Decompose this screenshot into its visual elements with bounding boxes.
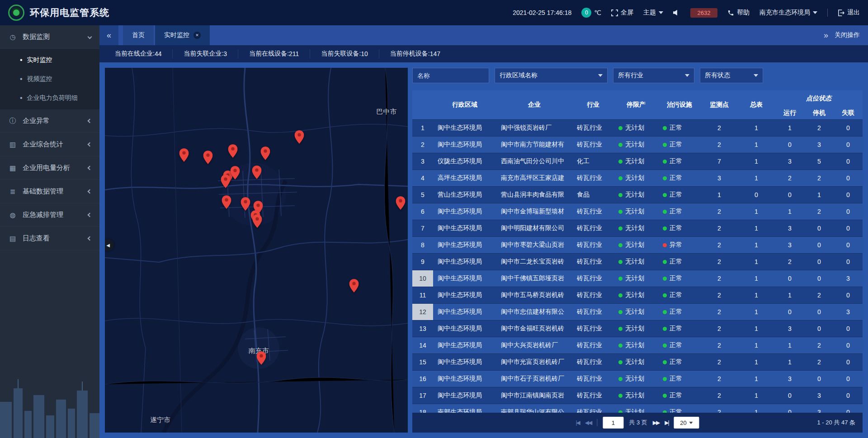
- map-pin-icon[interactable]: [222, 195, 231, 211]
- map-panel[interactable]: 巴中市南充市遂宁市 ◀: [105, 68, 408, 433]
- table-row[interactable]: 16阆中生态环境局阆中市石子页岩机砖厂砖瓦行业无计划正常21300: [412, 370, 863, 387]
- map-pin-icon[interactable]: [228, 144, 237, 160]
- region-filter-select[interactable]: 行政区域名称: [495, 68, 608, 83]
- fullscreen-button[interactable]: 全屏: [611, 9, 633, 17]
- sidebar-group-label: 企业综合统计: [23, 140, 88, 149]
- map-pin-icon[interactable]: [257, 351, 266, 367]
- row-index: 11: [412, 287, 433, 303]
- cell-pollution-facility: 正常: [658, 119, 701, 136]
- cell-industry: 砖瓦行业: [572, 353, 614, 370]
- row-index: 16: [412, 370, 433, 387]
- top-bar: 环保用电监管系统 2021-02-25 17:46:18 0 ℃ 全屏 主题 2…: [0, 0, 868, 25]
- table-row[interactable]: 4高坪生态环境局南充市高坪区王家店建砖瓦行业无计划正常31220: [412, 170, 863, 186]
- logout-button[interactable]: 退出: [838, 9, 860, 17]
- map-pin-icon[interactable]: [179, 148, 189, 164]
- next-page-button[interactable]: ▶▶: [653, 419, 659, 426]
- close-operations-button[interactable]: 关闭操作: [835, 31, 860, 39]
- chevron-left-icon: [88, 213, 92, 217]
- sidebar-item[interactable]: •实时监控: [0, 51, 99, 70]
- table-row[interactable]: 2阆中生态环境局阆中市南方节能建材有砖瓦行业无计划正常21030: [412, 136, 863, 153]
- name-filter-input[interactable]: [412, 68, 489, 83]
- cell-industry: 砖瓦行业: [572, 404, 614, 413]
- map-pin-icon[interactable]: [203, 151, 212, 166]
- speaker-icon[interactable]: [673, 9, 680, 16]
- log-icon: ▤: [8, 235, 17, 243]
- cell-run: 3: [775, 220, 805, 236]
- table-row[interactable]: 6阆中生态环境局阆中市金博瑞新型墙材砖瓦行业无计划正常21120: [412, 203, 863, 220]
- table-row[interactable]: 9阆中生态环境局阆中市二龙长宝页岩砖砖瓦行业无计划正常21200: [412, 253, 863, 270]
- map-pin-icon[interactable]: [253, 214, 262, 230]
- chevron-down-icon: [689, 422, 693, 424]
- double-chevron-right-icon[interactable]: »: [824, 31, 828, 40]
- map-pin-icon[interactable]: [349, 279, 359, 294]
- tab-scroll-left-button[interactable]: «: [99, 25, 118, 45]
- tab-home[interactable]: 首页: [123, 25, 154, 45]
- bullet-icon: •: [20, 57, 23, 64]
- table-row[interactable]: 12阆中生态环境局阆中市忠信建材有限公砖瓦行业无计划正常21003: [412, 303, 863, 320]
- theme-dropdown[interactable]: 主题: [643, 9, 663, 17]
- table-row[interactable]: 17阆中生态环境局阆中市江南镇阆南页岩砖瓦行业无计划正常21030: [412, 387, 863, 404]
- cell-points: 2: [701, 404, 738, 413]
- table-row[interactable]: 10阆中生态环境局阆中千佛镇五郎垭页岩砖瓦行业无计划正常21003: [412, 270, 863, 287]
- sidebar-item[interactable]: •企业电力负荷明细: [0, 89, 99, 108]
- sidebar-group-enterprise-abnormal[interactable]: ⓘ企业异常: [0, 109, 99, 133]
- cell-region: 仪陇生态环境局: [433, 153, 496, 170]
- alert-count-badge[interactable]: 2632: [690, 8, 717, 18]
- cell-limit-production: 无计划: [614, 287, 658, 303]
- cell-lost: 0: [834, 153, 863, 170]
- cell-meters: 1: [738, 220, 775, 236]
- bullet-icon: •: [20, 94, 23, 102]
- map-pin-icon[interactable]: [241, 197, 250, 212]
- prev-page-button[interactable]: ◀◀: [585, 419, 591, 426]
- sidebar-group-power-analysis[interactable]: ▦企业用电量分析: [0, 156, 99, 180]
- first-page-button[interactable]: |◀: [576, 419, 579, 426]
- table-row[interactable]: 8阆中生态环境局阆中市枣碧大梁山页岩砖瓦行业无计划异常21300: [412, 236, 863, 253]
- row-index: 17: [412, 387, 433, 404]
- table-row[interactable]: 1阆中生态环境局阆中强锐页岩砖厂砖瓦行业无计划正常21120: [412, 119, 863, 136]
- table-row[interactable]: 11阆中生态环境局阆中市五马桥页岩机砖砖瓦行业无计划正常21120: [412, 287, 863, 303]
- row-index: 12: [412, 303, 433, 320]
- cell-run: 3: [775, 370, 805, 387]
- industry-filter-select[interactable]: 所有行业: [613, 68, 694, 83]
- sidebar-item[interactable]: •视频监控: [0, 70, 99, 89]
- status-filter-select[interactable]: 所有状态: [700, 68, 763, 83]
- record-range-label: 1 - 20 共 47 条: [817, 419, 863, 427]
- page-number-input[interactable]: [603, 417, 623, 429]
- cell-company: 阆中市忠信建材有限公: [496, 303, 572, 320]
- enterprise-panel: 行政区域名称 所有行业 所有状态: [412, 68, 863, 433]
- status-dot-green: [618, 360, 623, 364]
- map-pin-icon[interactable]: [396, 196, 405, 212]
- table-row[interactable]: 14阆中生态环境局阆中大兴页岩机砖厂砖瓦行业无计划正常21120: [412, 337, 863, 353]
- org-dropdown[interactable]: 南充市生态环境局: [760, 9, 817, 17]
- help-button[interactable]: 帮助: [727, 9, 750, 17]
- sidebar-group-base-data[interactable]: ≣基础数据管理: [0, 180, 99, 203]
- table-row[interactable]: 13阆中生态环境局阆中市金福旺页岩机砖砖瓦行业无计划正常21300: [412, 320, 863, 337]
- table-row[interactable]: 7阆中生态环境局阆中明阳建材有限公司砖瓦行业无计划正常21300: [412, 220, 863, 236]
- close-icon[interactable]: ✕: [193, 32, 201, 39]
- cell-meters: 1: [738, 203, 775, 220]
- map-pin-icon[interactable]: [221, 174, 231, 190]
- cell-company: 南充市高坪区王家店建: [496, 170, 572, 186]
- table-row[interactable]: 5营山生态环境局营山县润丰肉食品有限食品无计划正常10010: [412, 186, 863, 203]
- cell-stop: 2: [805, 287, 834, 303]
- map-pin-icon[interactable]: [231, 166, 240, 181]
- cell-run: 1: [775, 287, 805, 303]
- sidebar-group-label: 应急减排管理: [23, 211, 88, 219]
- map-pin-icon[interactable]: [252, 165, 261, 181]
- cell-points: 3: [701, 170, 738, 186]
- sidebar-group-emergency-reduction[interactable]: ◍应急减排管理: [0, 203, 99, 227]
- page-size-select[interactable]: 20: [674, 417, 699, 429]
- cell-company: 阆中市金博瑞新型墙材: [496, 203, 572, 220]
- last-page-button[interactable]: ▶|: [665, 419, 668, 426]
- table-row[interactable]: 3仪陇生态环境局西南油气田分公司川中化工无计划正常71350: [412, 153, 863, 170]
- sidebar-group-data-monitoring[interactable]: ◷数据监测: [0, 25, 99, 49]
- sidebar-group-log-view[interactable]: ▤日志查看: [0, 227, 99, 250]
- tab-realtime[interactable]: 实时监控✕: [155, 25, 210, 45]
- map-pin-icon[interactable]: [295, 130, 304, 146]
- row-index: 13: [412, 320, 433, 337]
- table-row[interactable]: 18南部生态环境局南部县瑞华山河有限公砖瓦行业无计划正常21030: [412, 404, 863, 413]
- map-pin-icon[interactable]: [261, 146, 270, 162]
- cell-limit-production: 无计划: [614, 236, 658, 253]
- sidebar-group-enterprise-statistics[interactable]: ▥企业综合统计: [0, 133, 99, 156]
- table-row[interactable]: 15阆中生态环境局阆中市光富页岩机砖厂砖瓦行业无计划正常21120: [412, 353, 863, 370]
